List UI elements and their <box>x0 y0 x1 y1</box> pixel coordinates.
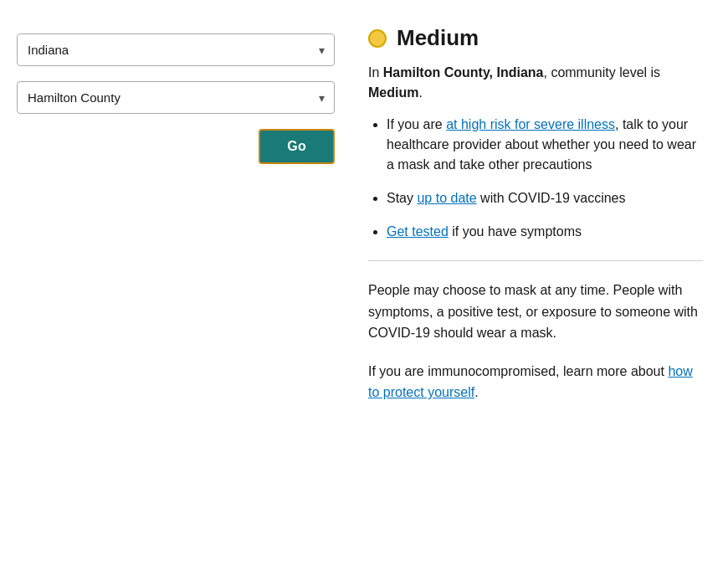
medium-level-dot <box>368 29 387 48</box>
right-panel: Medium In Hamilton County, Indiana, comm… <box>351 17 728 548</box>
county-select[interactable]: Hamilton CountyAdams CountyAllen CountyB… <box>17 81 335 114</box>
community-text-prefix: In <box>368 65 383 80</box>
community-text-period: . <box>418 85 422 100</box>
bullet-suffix-2: if you have symptoms <box>449 224 582 239</box>
state-select[interactable]: IndianaAlabamaAlaskaArizonaArkansasCalif… <box>17 33 335 66</box>
bullet-link-1[interactable]: up to date <box>417 191 476 205</box>
community-text-comma: , community level is <box>544 65 661 80</box>
immunocompromised-suffix: . <box>474 385 478 399</box>
bullet-item-0: If you are at high risk for severe illne… <box>387 115 703 175</box>
bullet-link-0[interactable]: at high risk for severe illness <box>446 117 615 131</box>
bullet-item-1: Stay up to date with COVID-19 vaccines <box>387 188 703 208</box>
community-level-bold: Medium <box>368 85 418 100</box>
go-button-row: Go <box>17 129 335 164</box>
immunocompromised-paragraph: If you are immunocompromised, learn more… <box>368 361 703 403</box>
section-divider <box>368 260 703 261</box>
immunocompromised-prefix: If you are immunocompromised, learn more… <box>368 364 668 378</box>
recommendations-list: If you are at high risk for severe illne… <box>368 115 703 242</box>
bullet-item-2: Get tested if you have symptoms <box>387 222 703 242</box>
state-select-wrapper: IndianaAlabamaAlaskaArizonaArkansasCalif… <box>17 33 335 66</box>
bullet-link-2[interactable]: Get tested <box>387 224 449 239</box>
page-container: IndianaAlabamaAlaskaArizonaArkansasCalif… <box>0 0 728 565</box>
community-level-text: In Hamilton County, Indiana, community l… <box>368 63 703 103</box>
bullet-suffix-1: with COVID-19 vaccines <box>477 191 626 205</box>
medium-level-title: Medium <box>397 25 479 51</box>
go-button[interactable]: Go <box>259 129 335 164</box>
community-location-bold: Hamilton County, Indiana <box>383 65 544 80</box>
bullet-prefix-0: If you are <box>387 117 446 131</box>
county-select-wrapper: Hamilton CountyAdams CountyAllen CountyB… <box>17 81 335 114</box>
mask-paragraph: People may choose to mask at any time. P… <box>368 280 703 344</box>
left-panel: IndianaAlabamaAlaskaArizonaArkansasCalif… <box>0 17 351 548</box>
medium-header: Medium <box>368 25 703 51</box>
bullet-prefix-1: Stay <box>387 191 417 205</box>
